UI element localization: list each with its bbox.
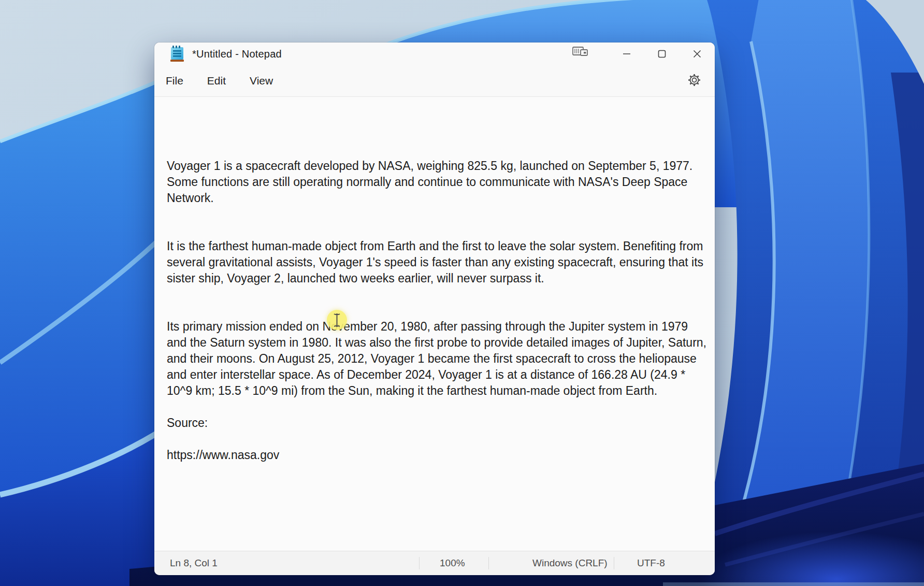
minimize-button[interactable] — [609, 42, 644, 65]
menu-view[interactable]: View — [242, 71, 280, 91]
title-bar[interactable]: *Untitled - Notepad — [154, 42, 715, 65]
notepad-window: *Untitled - Notepad — [154, 42, 715, 575]
menu-file[interactable]: File — [158, 71, 191, 91]
window-title: *Untitled - Notepad — [192, 48, 282, 60]
maximize-icon — [658, 50, 666, 58]
maximize-button[interactable] — [644, 42, 680, 65]
mouse-cursor-highlight — [327, 310, 347, 330]
editor-text[interactable]: Voyager 1 is a spacecraft developed by N… — [154, 97, 715, 463]
close-button[interactable] — [680, 42, 715, 65]
gear-icon — [687, 73, 701, 87]
menu-bar: File Edit View — [154, 65, 715, 97]
minimize-icon — [623, 50, 631, 58]
encoding-status: UTF-8 — [614, 551, 715, 575]
window-controls — [609, 42, 715, 65]
settings-button[interactable] — [685, 71, 703, 91]
notepad-app-icon — [170, 46, 184, 62]
zoom-level-status: 100% — [420, 551, 488, 575]
close-icon — [693, 50, 701, 58]
text-editing-area[interactable]: Voyager 1 is a spacecraft developed by N… — [154, 97, 715, 551]
line-ending-status: Windows (CRLF) — [489, 551, 614, 575]
cursor-position-status: Ln 8, Col 1 — [154, 558, 419, 569]
i-beam-cursor-icon — [333, 313, 341, 327]
status-bar: Ln 8, Col 1 100% Windows (CRLF) UTF-8 — [154, 551, 715, 575]
display-indicator-icon — [571, 45, 589, 59]
menu-edit[interactable]: Edit — [200, 71, 233, 91]
